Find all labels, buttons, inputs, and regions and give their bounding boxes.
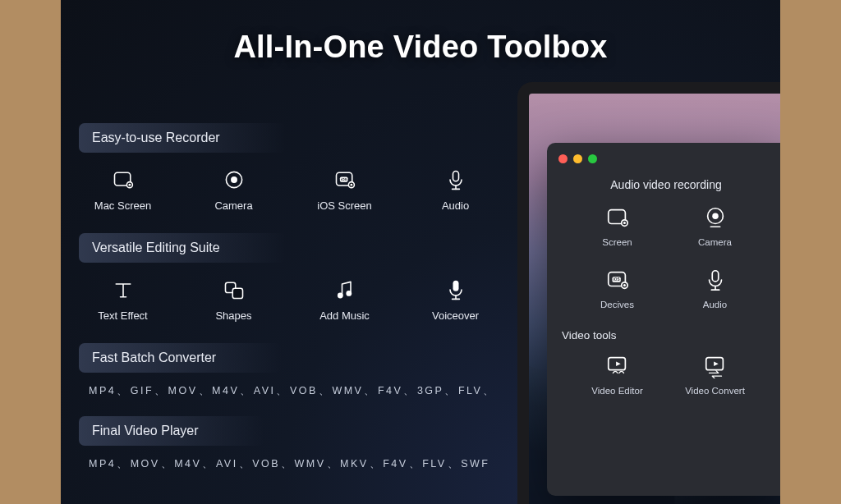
- svg-marker-34: [616, 361, 621, 366]
- section-heading-converter: Fast Batch Converter: [79, 343, 282, 373]
- editing-row: Text Effect Shapes Add Music Voiceover: [89, 277, 489, 322]
- device-mockup: Audio video recording Screen Camera iOS …: [517, 82, 780, 504]
- page-title: All-In-One Video Toolbox: [61, 30, 780, 65]
- section-heading-editing: Versatile Editing Suite: [79, 233, 286, 263]
- panel-item-converter[interactable]: Video Convert: [674, 353, 756, 396]
- video-editor-icon: [604, 353, 631, 379]
- minimize-icon[interactable]: [573, 154, 582, 163]
- panel-item-screen[interactable]: Screen: [577, 204, 658, 247]
- panel-heading-tools: Video tools: [562, 329, 774, 341]
- microphone-solid-icon: [443, 277, 468, 302]
- panel-label: Camera: [698, 237, 732, 247]
- tools-grid: Video Editor Video Convert: [558, 353, 774, 396]
- feature-audio[interactable]: Audio: [421, 167, 489, 212]
- feature-label: Add Music: [319, 309, 370, 322]
- player-formats: MP4、MOV、M4V、AVI、VOB、WMV、MKV、F4V、FLV、SWF、…: [89, 457, 489, 471]
- feature-voiceover[interactable]: Voiceover: [421, 277, 489, 322]
- svg-marker-36: [714, 361, 719, 366]
- feature-label: Text Effect: [98, 309, 147, 322]
- svg-point-29: [623, 284, 625, 286]
- screen-icon: [111, 167, 136, 192]
- feature-mac-screen[interactable]: Mac Screen: [89, 167, 157, 212]
- panel-label: Audio: [703, 300, 727, 309]
- panel-item-audio[interactable]: Audio: [674, 267, 756, 309]
- app-window: Audio video recording Screen Camera iOS …: [547, 143, 780, 496]
- svg-text:iOS: iOS: [613, 277, 619, 282]
- feature-camera[interactable]: Camera: [200, 167, 268, 212]
- video-convert-icon: [702, 353, 728, 379]
- svg-point-4: [231, 176, 237, 183]
- section-heading-player: Final Video Player: [79, 416, 264, 446]
- camera-icon: [222, 167, 246, 192]
- microphone-icon: [443, 167, 468, 192]
- panel-label: Video Convert: [685, 386, 745, 396]
- panel-label: Screen: [602, 237, 632, 247]
- panel-heading-recording: Audio video recording: [558, 178, 774, 191]
- screen-icon: [604, 204, 631, 231]
- panel-item-editor[interactable]: Video Editor: [577, 353, 658, 396]
- converter-formats: MP4、GIF、MOV、M4V、AVI、VOB、WMV、F4V、3GP、FLV、…: [89, 384, 489, 398]
- feature-columns: Easy-to-use Recorder Mac Screen Camera i…: [79, 123, 489, 489]
- svg-point-2: [128, 184, 131, 186]
- camera-icon: [702, 204, 728, 231]
- ios-screen-icon: iOS: [333, 167, 357, 192]
- feature-ios-screen[interactable]: iOS iOS Screen: [310, 167, 379, 212]
- window-controls[interactable]: [558, 154, 774, 163]
- svg-point-16: [347, 291, 351, 296]
- svg-rect-14: [232, 288, 242, 298]
- feature-label: Voiceover: [432, 309, 479, 322]
- ios-screen-icon: iOS: [604, 267, 631, 293]
- shapes-icon: [222, 277, 246, 302]
- section-heading-recorder: Easy-to-use Recorder: [79, 123, 286, 153]
- svg-point-22: [623, 222, 625, 224]
- svg-rect-17: [453, 281, 458, 291]
- feature-shapes[interactable]: Shapes: [200, 277, 268, 322]
- maximize-icon[interactable]: [588, 154, 597, 163]
- svg-point-24: [712, 213, 719, 219]
- panel-item-camera[interactable]: Camera: [674, 204, 756, 247]
- feature-text-effect[interactable]: Text Effect: [89, 277, 157, 322]
- recorder-row: Mac Screen Camera iOS iOS Screen Audio: [89, 167, 489, 212]
- svg-point-9: [350, 184, 352, 186]
- svg-rect-10: [453, 172, 458, 181]
- panel-label: Decives: [600, 300, 634, 309]
- feature-label: Audio: [442, 199, 469, 212]
- music-icon: [333, 277, 357, 302]
- svg-point-15: [338, 293, 342, 297]
- feature-label: Mac Screen: [94, 199, 151, 212]
- svg-text:iOS: iOS: [340, 177, 347, 181]
- feature-label: Shapes: [215, 309, 251, 322]
- feature-label: iOS Screen: [317, 199, 371, 212]
- recording-grid: Screen Camera iOS Decives Audio: [558, 204, 774, 323]
- panel-item-devices[interactable]: iOS Decives: [577, 267, 658, 309]
- promo-card: All-In-One Video Toolbox Easy-to-use Rec…: [61, 0, 780, 504]
- feature-add-music[interactable]: Add Music: [310, 277, 379, 322]
- feature-label: Camera: [214, 199, 252, 212]
- svg-rect-30: [712, 271, 719, 282]
- close-icon[interactable]: [558, 154, 568, 163]
- microphone-icon: [702, 267, 728, 293]
- text-icon: [111, 277, 136, 302]
- panel-label: Video Editor: [591, 386, 642, 396]
